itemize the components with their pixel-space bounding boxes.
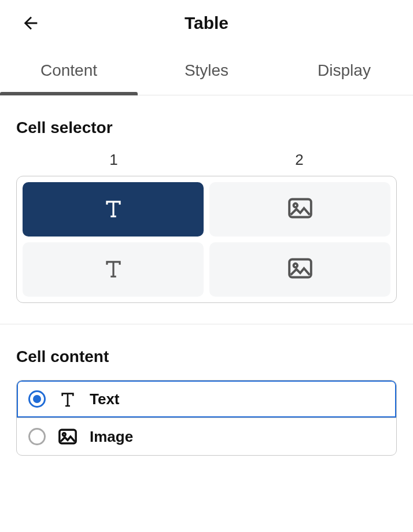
tab-content[interactable]: Content (0, 46, 138, 95)
tabs: Content Styles Display (0, 46, 413, 95)
cell-content-options: Text Image (16, 380, 397, 456)
cell-r2-c2[interactable] (209, 242, 390, 297)
panel-header: Table (0, 0, 413, 46)
arrow-left-icon (21, 13, 40, 33)
radio-button (28, 390, 46, 408)
tab-styles[interactable]: Styles (138, 46, 275, 95)
svg-point-3 (293, 264, 297, 268)
cell-r1-c2[interactable] (209, 182, 390, 237)
back-button[interactable] (16, 9, 45, 38)
cell-selector-title: Cell selector (16, 119, 397, 137)
text-icon (57, 390, 78, 408)
divider (0, 324, 413, 324)
option-image[interactable]: Image (17, 418, 396, 455)
option-label: Image (90, 428, 133, 446)
image-icon (57, 427, 78, 446)
page-title: Table (185, 13, 228, 33)
cell-r1-c1[interactable] (23, 182, 204, 237)
cell-selector-section: Cell selector 1 2 (0, 119, 413, 303)
cell-content-title: Cell content (16, 348, 397, 366)
text-icon (102, 257, 124, 282)
image-icon (287, 198, 313, 221)
column-header-2: 2 (207, 151, 392, 169)
cell-r2-c1[interactable] (23, 242, 204, 297)
radio-button (28, 428, 46, 445)
column-headers: 1 2 (16, 151, 397, 169)
tab-display[interactable]: Display (275, 46, 413, 95)
text-icon (102, 197, 124, 221)
column-header-1: 1 (21, 151, 207, 169)
cell-grid (16, 176, 397, 303)
image-icon (287, 258, 313, 281)
cell-content-section: Cell content Text Image (0, 348, 413, 456)
svg-point-5 (62, 433, 65, 436)
svg-point-1 (293, 204, 297, 208)
option-label: Text (90, 390, 120, 408)
option-text[interactable]: Text (17, 380, 396, 418)
